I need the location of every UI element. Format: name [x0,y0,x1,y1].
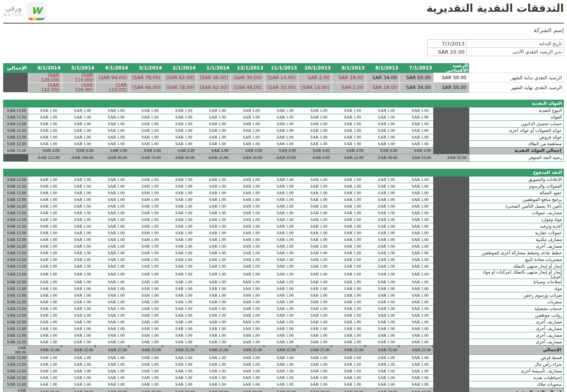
month-input-cell[interactable]: SAR 1.00 [332,368,366,374]
month-input-cell[interactable]: SAR 1.00 [28,256,62,263]
month-input-cell[interactable]: SAR 1.00 [366,368,399,374]
month-input-cell[interactable]: SAR 1.00 [28,120,62,127]
month-input-cell[interactable]: SAR 1.00 [96,279,129,285]
month-input-cell[interactable]: SAR 1.00 [28,236,62,243]
month-input-cell[interactable]: SAR 1.00 [62,270,96,279]
month-input-cell[interactable]: SAR 1.00 [28,368,62,374]
month-input-cell[interactable]: SAR 1.00 [332,279,366,285]
month-input-cell[interactable]: SAR 1.00 [197,140,231,147]
month-input-cell[interactable]: SAR 1.00 [28,203,62,210]
month-input-cell[interactable]: SAR 1.00 [62,299,96,305]
month-input-cell[interactable]: SAR 1.00 [298,216,332,223]
month-input-cell[interactable]: SAR 1.00 [366,127,399,134]
month-input-cell[interactable]: SAR 1.00 [197,279,231,285]
month-input-cell[interactable]: SAR 1.00 [28,127,62,134]
month-input-cell[interactable]: SAR 1.00 [264,140,298,147]
month-input-cell[interactable]: SAR 1.00 [399,223,433,230]
month-input-cell[interactable]: SAR 1.00 [62,325,96,332]
month-input-cell[interactable]: SAR 1.00 [332,210,366,216]
month-input-cell[interactable]: SAR 1.00 [298,312,332,319]
month-input-cell[interactable]: SAR 1.00 [399,127,433,134]
month-input-cell[interactable]: SAR 1.00 [129,196,163,203]
month-input-cell[interactable]: SAR 1.00 [231,374,264,381]
month-input-cell[interactable]: SAR 1.00 [163,374,197,381]
month-input-cell[interactable]: SAR 1.00 [163,279,197,285]
month-input-cell[interactable]: SAR 1.00 [28,223,62,230]
month-input-cell[interactable]: SAR 1.00 [96,374,129,381]
month-input-cell[interactable]: SAR 1.00 [129,134,163,140]
month-input-cell[interactable]: SAR 1.00 [163,270,197,279]
month-input-cell[interactable]: SAR 1.00 [62,134,96,140]
month-input-cell[interactable]: SAR 1.00 [197,183,231,190]
month-input-cell[interactable]: SAR 1.00 [231,223,264,230]
month-input-cell[interactable]: SAR 1.00 [399,374,433,381]
month-input-cell[interactable]: SAR 1.00 [298,236,332,243]
month-input-cell[interactable]: SAR 1.00 [298,332,332,339]
month-input-cell[interactable]: SAR 1.00 [264,319,298,325]
month-input-cell[interactable]: SAR 1.00 [129,305,163,312]
month-input-cell[interactable]: SAR 1.00 [163,319,197,325]
month-input-cell[interactable]: SAR 1.00 [163,243,197,250]
month-input-cell[interactable]: SAR 1.00 [129,325,163,332]
month-input-cell[interactable]: SAR 1.00 [298,270,332,279]
month-input-cell[interactable]: SAR 1.00 [332,183,366,190]
month-input-cell[interactable]: SAR 1.00 [264,299,298,305]
month-input-cell[interactable]: SAR 1.00 [231,176,264,183]
month-input-cell[interactable]: SAR 1.00 [96,319,129,325]
month-input-cell[interactable]: SAR 1.00 [96,203,129,210]
month-input-cell[interactable]: SAR 1.00 [264,203,298,210]
month-input-cell[interactable]: SAR 1.00 [163,339,197,345]
month-input-cell[interactable]: SAR 1.00 [231,210,264,216]
month-input-cell[interactable]: SAR 1.00 [366,285,399,292]
month-input-cell[interactable]: SAR 1.00 [399,312,433,319]
month-input-cell[interactable]: SAR 1.00 [231,319,264,325]
month-input-cell[interactable]: SAR 1.00 [264,325,298,332]
month-input-cell[interactable]: SAR 1.00 [197,196,231,203]
month-input-cell[interactable]: SAR 1.00 [366,114,399,120]
month-input-cell[interactable]: SAR 1.00 [28,176,62,183]
month-input-cell[interactable]: SAR 1.00 [231,305,264,312]
month-input-cell[interactable]: SAR 1.00 [96,236,129,243]
month-input-cell[interactable]: SAR 1.00 [163,305,197,312]
month-input-cell[interactable]: SAR 1.00 [399,263,433,270]
month-input-cell[interactable]: SAR 1.00 [298,196,332,203]
month-input-cell[interactable]: SAR 1.00 [399,250,433,256]
month-input-cell[interactable]: SAR 1.00 [129,140,163,147]
month-input-cell[interactable]: SAR 1.00 [231,250,264,256]
month-input-cell[interactable]: SAR 1.00 [231,292,264,299]
month-input-cell[interactable]: SAR 1.00 [231,312,264,319]
month-input-cell[interactable]: SAR 1.00 [399,196,433,203]
month-input-cell[interactable]: SAR 1.00 [62,127,96,134]
month-input-cell[interactable]: SAR 1.00 [264,339,298,345]
month-input-cell[interactable]: SAR 1.00 [197,381,231,388]
month-input-cell[interactable]: SAR 1.00 [366,183,399,190]
month-input-cell[interactable]: SAR 1.00 [197,243,231,250]
month-input-cell[interactable]: SAR 1.00 [62,210,96,216]
month-input-cell[interactable]: SAR 1.00 [332,140,366,147]
month-input-cell[interactable]: SAR 1.00 [264,381,298,388]
month-input-cell[interactable]: SAR 1.00 [332,305,366,312]
month-input-cell[interactable]: SAR 1.00 [231,299,264,305]
month-input-cell[interactable]: SAR 1.00 [163,292,197,299]
month-input-cell[interactable]: SAR 1.00 [366,196,399,203]
month-input-cell[interactable]: SAR 1.00 [28,292,62,299]
month-input-cell[interactable]: SAR 1.00 [366,374,399,381]
month-input-cell[interactable]: SAR 1.00 [332,134,366,140]
month-input-cell[interactable]: SAR 1.00 [129,270,163,279]
month-input-cell[interactable]: SAR 1.00 [62,305,96,312]
month-input-cell[interactable]: SAR 1.00 [366,250,399,256]
month-input-cell[interactable]: SAR 1.00 [298,354,332,361]
month-input-cell[interactable]: SAR 1.00 [197,190,231,196]
month-input-cell[interactable]: SAR 1.00 [231,203,264,210]
month-input-cell[interactable]: SAR 1.00 [264,292,298,299]
month-input-cell[interactable]: SAR 1.00 [399,216,433,223]
month-input-cell[interactable]: SAR 1.00 [163,354,197,361]
month-input-cell[interactable]: SAR 1.00 [399,299,433,305]
month-input-cell[interactable]: SAR 1.00 [28,325,62,332]
month-input-cell[interactable]: SAR 1.00 [399,368,433,374]
month-input-cell[interactable]: SAR 1.00 [163,312,197,319]
month-input-cell[interactable]: SAR 1.00 [264,223,298,230]
month-input-cell[interactable]: SAR 1.00 [129,120,163,127]
month-input-cell[interactable]: SAR 1.00 [231,120,264,127]
month-input-cell[interactable]: SAR 1.00 [96,368,129,374]
